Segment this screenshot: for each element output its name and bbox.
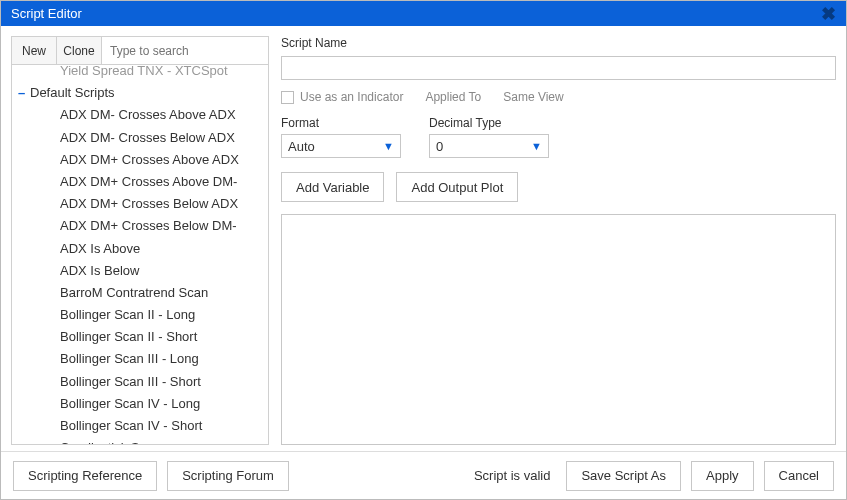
tree-group-label: Default Scripts	[30, 85, 115, 100]
scripting-forum-button[interactable]: Scripting Forum	[167, 461, 289, 491]
format-row: Format Auto ▼ Decimal Type 0 ▼	[281, 116, 836, 158]
decimal-type-value: 0	[436, 139, 443, 154]
script-editor-textarea[interactable]	[281, 214, 836, 445]
apply-button[interactable]: Apply	[691, 461, 754, 491]
applied-to-label: Applied To	[425, 90, 481, 104]
list-item[interactable]: ADX DM+ Crosses Below DM-	[12, 215, 268, 237]
close-icon[interactable]: ✖	[821, 3, 836, 25]
decimal-type-select[interactable]: 0 ▼	[429, 134, 549, 158]
add-variable-button[interactable]: Add Variable	[281, 172, 384, 202]
action-button-row: Add Variable Add Output Plot	[281, 172, 836, 202]
script-form-pane: Script Name Use as an Indicator Applied …	[281, 36, 836, 445]
script-editor-window: Script Editor ✖ New Clone Yield Spread T…	[0, 0, 847, 500]
list-item[interactable]: ADX DM+ Crosses Below ADX	[12, 193, 268, 215]
list-item[interactable]: Candlestick Scan	[12, 437, 268, 444]
collapse-icon[interactable]: –	[16, 84, 27, 102]
format-value: Auto	[288, 139, 315, 154]
options-row: Use as an Indicator Applied To Same View	[281, 90, 836, 104]
window-title: Script Editor	[11, 6, 821, 21]
use-as-indicator-label: Use as an Indicator	[300, 90, 403, 104]
list-item[interactable]: ADX Is Below	[12, 260, 268, 282]
titlebar: Script Editor ✖	[1, 1, 846, 26]
search-input[interactable]	[102, 37, 268, 64]
content-area: New Clone Yield Spread TNX - XTCSpot – D…	[1, 26, 846, 445]
list-item[interactable]: Bollinger Scan III - Long	[12, 348, 268, 370]
add-output-plot-button[interactable]: Add Output Plot	[396, 172, 518, 202]
list-item[interactable]: Bollinger Scan II - Long	[12, 304, 268, 326]
same-view-label: Same View	[503, 90, 563, 104]
list-item[interactable]: BarroM Contratrend Scan	[12, 282, 268, 304]
format-select[interactable]: Auto ▼	[281, 134, 401, 158]
list-item[interactable]: ADX DM- Crosses Below ADX	[12, 127, 268, 149]
list-item[interactable]: Bollinger Scan III - Short	[12, 371, 268, 393]
chevron-down-icon: ▼	[383, 140, 394, 152]
status-text: Script is valid	[474, 468, 551, 483]
clone-button[interactable]: Clone	[57, 37, 102, 64]
checkbox-icon	[281, 91, 294, 104]
list-item[interactable]: ADX DM+ Crosses Above ADX	[12, 149, 268, 171]
use-as-indicator-checkbox[interactable]: Use as an Indicator	[281, 90, 403, 104]
decimal-type-label: Decimal Type	[429, 116, 549, 130]
list-item[interactable]: Bollinger Scan IV - Short	[12, 415, 268, 437]
format-label: Format	[281, 116, 401, 130]
new-button[interactable]: New	[12, 37, 57, 64]
script-tree[interactable]: Yield Spread TNX - XTCSpot – Default Scr…	[12, 65, 268, 444]
script-name-input[interactable]	[281, 56, 836, 80]
script-list-pane: New Clone Yield Spread TNX - XTCSpot – D…	[11, 36, 269, 445]
chevron-down-icon: ▼	[531, 140, 542, 152]
scripting-reference-button[interactable]: Scripting Reference	[13, 461, 157, 491]
save-script-as-button[interactable]: Save Script As	[566, 461, 681, 491]
script-name-label: Script Name	[281, 36, 836, 50]
footer: Scripting Reference Scripting Forum Scri…	[1, 451, 846, 499]
list-item[interactable]: ADX Is Above	[12, 238, 268, 260]
list-item[interactable]: ADX DM- Crosses Above ADX	[12, 104, 268, 126]
list-item[interactable]: Yield Spread TNX - XTCSpot	[12, 65, 268, 82]
cancel-button[interactable]: Cancel	[764, 461, 834, 491]
left-toolbar: New Clone	[12, 37, 268, 65]
list-item[interactable]: Bollinger Scan II - Short	[12, 326, 268, 348]
list-item[interactable]: ADX DM+ Crosses Above DM-	[12, 171, 268, 193]
list-item[interactable]: Bollinger Scan IV - Long	[12, 393, 268, 415]
tree-group[interactable]: – Default Scripts	[12, 82, 268, 104]
